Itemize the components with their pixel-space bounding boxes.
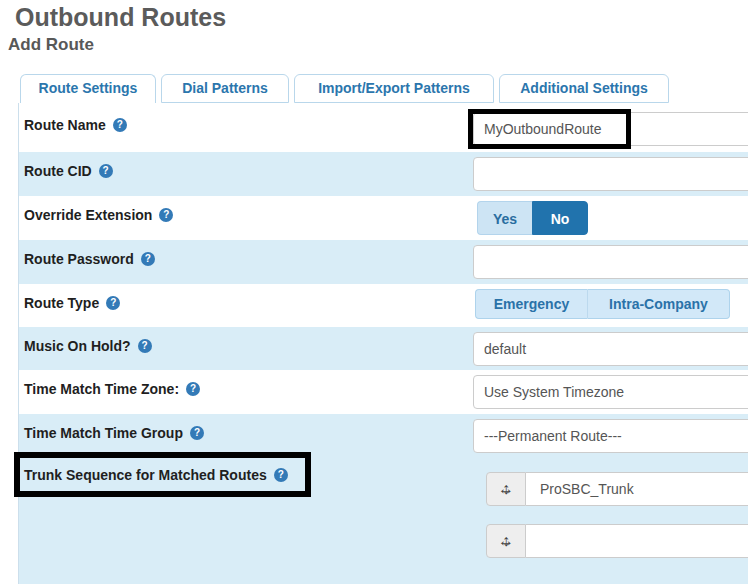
tab-route-settings[interactable]: Route Settings [20, 74, 156, 104]
route-type-intra-company-button[interactable]: Intra-Company [588, 289, 730, 319]
help-icon[interactable] [274, 468, 288, 482]
form-row-route-name: Route Name [19, 103, 748, 152]
override-extension-toggle: Yes No [477, 201, 588, 235]
help-icon[interactable] [106, 296, 120, 310]
help-icon[interactable] [113, 118, 127, 132]
time-match-time-group-label: Time Match Time Group [24, 424, 204, 442]
music-on-hold-label: Music On Hold? [24, 337, 152, 355]
route-name-input[interactable] [473, 112, 748, 146]
help-icon[interactable] [190, 426, 204, 440]
route-name-label: Route Name [24, 116, 127, 134]
tab-bar: Route Settings Dial Patterns Import/Expo… [20, 74, 669, 104]
help-icon[interactable] [186, 382, 200, 396]
drag-handle[interactable] [486, 472, 526, 506]
page-title: Outbound Routes [15, 0, 226, 34]
tab-additional-settings[interactable]: Additional Settings [499, 74, 669, 103]
help-icon[interactable] [159, 208, 173, 222]
form-row-route-type: Route Type Emergency Intra-Company [19, 284, 748, 327]
route-type-buttons: Emergency Intra-Company [475, 289, 730, 319]
override-extension-yes-button[interactable]: Yes [477, 201, 532, 235]
trunk-sequence-item [486, 472, 748, 506]
route-type-label: Route Type [24, 294, 120, 312]
time-match-time-zone-select[interactable]: Use System Timezone [473, 375, 748, 409]
page-subtitle: Add Route [8, 34, 94, 56]
form-row-time-match-time-group: Time Match Time Group ---Permanent Route… [19, 414, 748, 457]
form-row-route-cid: Route CID [19, 152, 748, 196]
trunk-sequence-item [486, 524, 748, 558]
time-match-time-group-select[interactable]: ---Permanent Route--- [473, 419, 748, 453]
music-on-hold-select[interactable]: default [473, 332, 748, 366]
trunk-sequence-input-2[interactable] [526, 524, 748, 558]
route-password-input[interactable] [473, 245, 748, 279]
tab-import-export-patterns[interactable]: Import/Export Patterns [294, 74, 494, 103]
route-password-label: Route Password [24, 250, 155, 268]
route-cid-input[interactable] [473, 157, 748, 191]
form-row-music-on-hold: Music On Hold? default [19, 327, 748, 370]
form-row-time-match-time-zone: Time Match Time Zone: Use System Timezon… [19, 370, 748, 414]
override-extension-label: Override Extension [24, 206, 173, 224]
route-cid-label: Route CID [24, 162, 113, 180]
help-icon[interactable] [141, 252, 155, 266]
form-row-route-password: Route Password [19, 240, 748, 284]
trunk-sequence-label: Trunk Sequence for Matched Routes [24, 466, 288, 484]
help-icon[interactable] [99, 164, 113, 178]
time-match-time-zone-label: Time Match Time Zone: [24, 380, 200, 398]
tab-dial-patterns[interactable]: Dial Patterns [161, 74, 289, 103]
form-row-override-extension: Override Extension Yes No [19, 196, 748, 240]
help-icon[interactable] [138, 339, 152, 353]
move-icon [497, 532, 515, 550]
trunk-sequence-input-1[interactable] [526, 472, 748, 506]
drag-handle[interactable] [486, 524, 526, 558]
move-icon [497, 480, 515, 498]
form-row-trunk-sequence: Trunk Sequence for Matched Routes [19, 457, 748, 584]
route-type-emergency-button[interactable]: Emergency [475, 289, 588, 319]
override-extension-no-button[interactable]: No [532, 201, 588, 235]
